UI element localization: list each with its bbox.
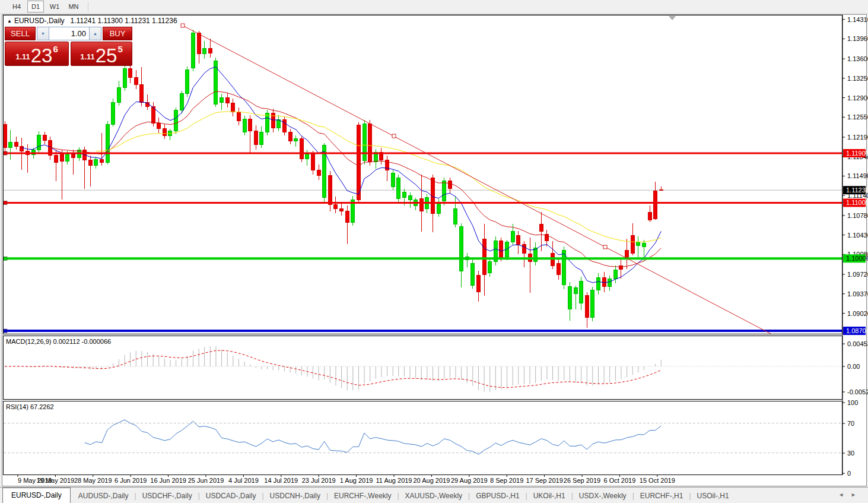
- tab-ukoil-h1[interactable]: UKOil-,H1: [527, 489, 571, 503]
- svg-text:1 Aug 2019: 1 Aug 2019: [340, 477, 373, 484]
- date-axis: 9 May 201919 May 201928 May 20196 Jun 20…: [18, 475, 675, 484]
- svg-text:8 Sep 2019: 8 Sep 2019: [490, 477, 523, 484]
- sell-price-big-digits: 23: [31, 46, 53, 65]
- tab-eurchf-h1[interactable]: EURCHF-,H1: [634, 489, 689, 503]
- svg-text:1.10006: 1.10006: [846, 255, 868, 262]
- svg-text:1.08704: 1.08704: [846, 327, 868, 334]
- svg-text:6 Jun 2019: 6 Jun 2019: [115, 477, 147, 484]
- svg-text:16 Jun 2019: 16 Jun 2019: [150, 477, 186, 484]
- buy-price-big-digits: 25: [96, 46, 117, 65]
- svg-text:14 Jul 2019: 14 Jul 2019: [264, 477, 298, 484]
- volume-decrease-button[interactable]: ▼: [37, 27, 49, 40]
- svg-text:15 Oct 2019: 15 Oct 2019: [640, 477, 675, 484]
- svg-text:25 Jun 2019: 25 Jun 2019: [188, 477, 224, 484]
- trendline-handle: [392, 134, 396, 138]
- svg-text:19 May 2019: 19 May 2019: [37, 477, 75, 484]
- chart-ohlc-values: 1.11241 1.11300 1.11231 1.11236: [71, 17, 177, 25]
- volume-input[interactable]: [49, 27, 89, 40]
- svg-text:1.09720: 1.09720: [847, 271, 868, 278]
- svg-text:11 Aug 2019: 11 Aug 2019: [376, 477, 412, 484]
- tab-xauusd-weekly[interactable]: XAUUSD-,Weekly: [399, 489, 468, 503]
- line-handle: [4, 151, 7, 155]
- tab-usdchf-daily[interactable]: USDCHF-,Daily: [136, 489, 198, 503]
- svg-text:1.12550: 1.12550: [847, 113, 868, 121]
- tab-usoil-h1[interactable]: USOil-,H1: [691, 489, 735, 503]
- sell-price-button[interactable]: 1.11 23 6: [5, 42, 69, 66]
- one-click-trading-panel: SELL ▼ ▲ BUY 1.11 23 6 1.11 25 5: [5, 27, 132, 66]
- svg-text:4 Jul 2019: 4 Jul 2019: [228, 477, 259, 484]
- svg-text:28 May 2019: 28 May 2019: [74, 477, 112, 484]
- svg-text:1.09370: 1.09370: [847, 290, 868, 298]
- svg-text:-0.005205: -0.005205: [847, 388, 868, 396]
- tab-usdcad-daily[interactable]: USDCAD-,Daily: [200, 489, 262, 503]
- svg-text:20 Aug 2019: 20 Aug 2019: [414, 477, 450, 484]
- svg-text:1.10780: 1.10780: [847, 212, 868, 219]
- tab-usdx-weekly[interactable]: USDX-,Weekly: [573, 489, 632, 503]
- svg-text:1.11009: 1.11009: [846, 199, 868, 206]
- buy-price-pip-digit: 5: [117, 44, 122, 54]
- line-handle: [4, 329, 7, 333]
- svg-text:1.14310: 1.14310: [847, 16, 868, 23]
- svg-text:1.11490: 1.11490: [847, 172, 868, 179]
- tab-gbpusd-h1[interactable]: GBPUSD-,H1: [470, 489, 525, 503]
- trading-terminal: { "toolbar":{"buttons":["H4","D1","W1","…: [0, 0, 868, 503]
- line-handle: [4, 201, 7, 204]
- tab-scroll-right-icon[interactable]: ►: [851, 492, 863, 498]
- trendline-handle: [603, 245, 607, 249]
- svg-text:26 Sep 2019: 26 Sep 2019: [564, 477, 600, 484]
- buy-button[interactable]: BUY: [103, 27, 132, 40]
- svg-text:70: 70: [847, 420, 854, 427]
- volume-increase-button[interactable]: ▲: [89, 27, 101, 40]
- chart-title: ▲EURUSD-,Daily1.11241 1.11300 1.11231 1.…: [7, 17, 177, 25]
- svg-text:1.12190: 1.12190: [847, 134, 868, 141]
- svg-text:1.13600: 1.13600: [847, 55, 868, 62]
- svg-text:0: 0: [847, 470, 851, 477]
- tab-eurusd-daily[interactable]: EURUSD-,Daily: [2, 488, 71, 503]
- symbol-tab-bar: EURUSD-,Daily|AUDUSD-,Daily|USDCHF-,Dail…: [0, 487, 868, 503]
- svg-text:17 Sep 2019: 17 Sep 2019: [526, 477, 562, 484]
- trendline-handle: [181, 24, 185, 27]
- tab-scroll-left-icon[interactable]: ◄: [838, 492, 851, 498]
- svg-text:1.11901: 1.11901: [846, 150, 868, 157]
- svg-text:1.12900: 1.12900: [847, 94, 868, 102]
- rsi-indicator-label: RSI(14) 67.2262: [6, 403, 54, 410]
- sell-price-pip-digit: 6: [53, 44, 58, 54]
- svg-text:1.13250: 1.13250: [847, 75, 868, 82]
- svg-text:1.13960: 1.13960: [847, 35, 868, 42]
- svg-text:1.10430: 1.10430: [847, 232, 868, 239]
- svg-text:29 Aug 2019: 29 Aug 2019: [451, 477, 488, 484]
- svg-text:23 Jul 2019: 23 Jul 2019: [302, 477, 336, 484]
- sell-price-prefix: 1.11: [15, 52, 30, 61]
- candlestick-chart[interactable]: 1.143101.139601.136001.132501.129001.125…: [0, 0, 868, 503]
- svg-text:100: 100: [847, 399, 858, 406]
- line-handle: [4, 257, 7, 260]
- buy-price-prefix: 1.11: [80, 52, 95, 61]
- sell-button[interactable]: SELL: [5, 27, 36, 40]
- svg-text:1.11236: 1.11236: [846, 186, 868, 194]
- tab-eurchf-weekly[interactable]: EURCHF-,Weekly: [328, 489, 397, 503]
- chart-symbol-label: EURUSD-,Daily: [14, 17, 65, 25]
- tab-usdcnh-daily[interactable]: USDCNH-,Daily: [264, 489, 326, 503]
- chart-shift-marker-icon[interactable]: [669, 16, 676, 20]
- svg-text:1.09020: 1.09020: [847, 310, 868, 317]
- tab-scroll-arrows[interactable]: ◄►: [838, 492, 863, 498]
- svg-text:6 Oct 2019: 6 Oct 2019: [603, 477, 635, 484]
- macd-indicator-label: MACD(12,26,9) 0.002112 -0.000066: [6, 338, 111, 345]
- collapse-triangle-icon[interactable]: ▲: [7, 18, 12, 24]
- tab-audusd-daily[interactable]: AUDUSD-,Daily: [72, 489, 135, 503]
- svg-text:30: 30: [847, 450, 854, 457]
- svg-text:0.004536: 0.004536: [847, 340, 868, 347]
- buy-price-button[interactable]: 1.11 25 5: [71, 42, 132, 66]
- svg-text:0.00: 0.00: [847, 363, 860, 370]
